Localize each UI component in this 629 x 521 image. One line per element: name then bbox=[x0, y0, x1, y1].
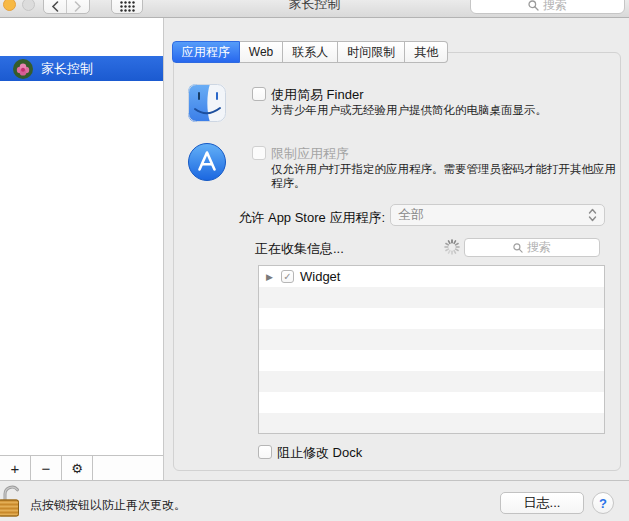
list-row-empty bbox=[259, 392, 604, 413]
logs-button[interactable]: 日志... bbox=[500, 492, 584, 514]
list-row-empty bbox=[259, 371, 604, 392]
app-list-search-field[interactable]: 搜索 bbox=[464, 238, 600, 257]
app-store-icon bbox=[188, 143, 226, 181]
tab-time-limits[interactable]: 时间限制 bbox=[338, 41, 405, 63]
chevron-right-icon bbox=[74, 1, 82, 12]
limit-apps-checkbox[interactable] bbox=[252, 146, 266, 160]
finder-icon bbox=[188, 84, 226, 122]
minus-icon: − bbox=[42, 460, 51, 477]
action-menu-button[interactable]: ⚙ bbox=[62, 456, 93, 480]
grid-icon bbox=[120, 1, 135, 12]
prevent-dock-checkbox[interactable] bbox=[258, 445, 272, 459]
progress-spinner-icon bbox=[443, 238, 461, 256]
question-mark-icon: ? bbox=[599, 496, 607, 511]
nav-button-group bbox=[43, 0, 90, 14]
allow-store-label: 允许 App Store 应用程序: bbox=[195, 209, 385, 227]
disclosure-triangle-icon[interactable]: ▶ bbox=[266, 272, 275, 282]
tab-bar: 应用程序 Web 联系人 时间限制 其他 bbox=[0, 41, 620, 63]
window-toolbar: 家长控制 搜索 bbox=[0, 0, 629, 18]
popup-selected-value: 全部 bbox=[398, 206, 424, 224]
limit-apps-description: 仅允许用户打开指定的应用程序。需要管理员密码才能打开其他应用程序。 bbox=[271, 162, 619, 190]
search-icon bbox=[528, 0, 539, 11]
list-row-empty bbox=[259, 329, 604, 350]
list-row-empty bbox=[259, 350, 604, 371]
tab-applications[interactable]: 应用程序 bbox=[172, 41, 240, 63]
list-row-empty bbox=[259, 413, 604, 434]
show-all-button[interactable] bbox=[111, 0, 143, 14]
remove-user-button[interactable]: − bbox=[31, 456, 62, 480]
minimize-traffic-light[interactable] bbox=[3, 0, 16, 11]
users-sidebar: 家长控制 + − ⚙ bbox=[0, 18, 164, 480]
window-footer: 点按锁按钮以防止再次更改。 日志... ? bbox=[0, 480, 629, 521]
widget-checkbox[interactable]: ✓ bbox=[281, 270, 294, 283]
forward-button[interactable] bbox=[66, 0, 89, 13]
chevron-left-icon bbox=[51, 1, 59, 12]
tab-other[interactable]: 其他 bbox=[405, 41, 448, 63]
add-user-button[interactable]: + bbox=[0, 456, 31, 480]
search-placeholder: 搜索 bbox=[527, 239, 551, 256]
popup-chevrons-icon bbox=[588, 208, 597, 222]
tab-web[interactable]: Web bbox=[240, 41, 283, 63]
list-item-label: Widget bbox=[300, 269, 340, 284]
back-button[interactable] bbox=[44, 0, 66, 13]
list-row-empty bbox=[259, 308, 604, 329]
simple-finder-checkbox[interactable] bbox=[252, 87, 266, 101]
zoom-traffic-light[interactable] bbox=[22, 0, 35, 11]
search-placeholder: 搜索 bbox=[543, 0, 567, 14]
search-icon bbox=[513, 243, 523, 253]
list-item-widget[interactable]: ▶ ✓ Widget bbox=[259, 266, 604, 287]
list-row-empty bbox=[259, 287, 604, 308]
help-button[interactable]: ? bbox=[592, 492, 614, 514]
simple-finder-label[interactable]: 使用简易 Finder bbox=[271, 86, 363, 104]
lock-hint-text: 点按锁按钮以防止再次更改。 bbox=[30, 497, 186, 514]
simple-finder-description: 为青少年用户或无经验用户提供简化的电脑桌面显示。 bbox=[271, 103, 611, 117]
sidebar-footer-bar: + − ⚙ bbox=[0, 455, 163, 480]
allowed-apps-list[interactable]: ▶ ✓ Widget bbox=[258, 265, 605, 434]
limit-apps-label: 限制应用程序 bbox=[271, 145, 349, 163]
gear-icon: ⚙ bbox=[71, 461, 83, 476]
allow-store-popup[interactable]: 全部 bbox=[390, 204, 605, 226]
collecting-info-label: 正在收集信息... bbox=[255, 240, 344, 258]
prevent-dock-label[interactable]: 阻止修改 Dock bbox=[277, 444, 362, 462]
preferences-search-field[interactable]: 搜索 bbox=[470, 0, 625, 14]
tab-contacts[interactable]: 联系人 bbox=[283, 41, 338, 63]
plus-icon: + bbox=[11, 460, 20, 477]
check-icon: ✓ bbox=[283, 271, 291, 282]
unlocked-lock-icon[interactable] bbox=[0, 484, 27, 520]
